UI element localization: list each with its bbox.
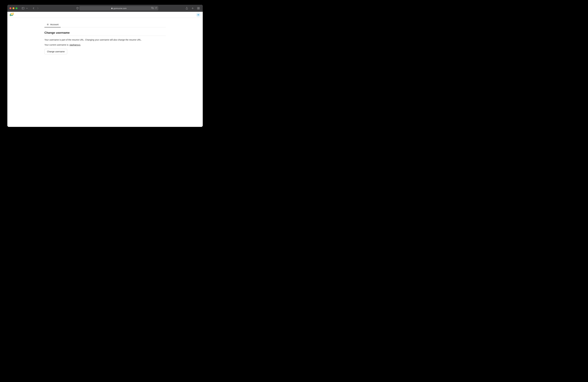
- lock-icon: [111, 7, 113, 9]
- avatar-initials: XI: [197, 14, 199, 16]
- sidebar-toggle-button[interactable]: [21, 6, 25, 10]
- chevron-down-icon[interactable]: [26, 6, 28, 10]
- change-username-button[interactable]: Change username: [44, 49, 67, 54]
- browser-window: ppresume.com: [7, 5, 203, 127]
- svg-rect-3: [111, 8, 113, 9]
- svg-point-12: [47, 24, 48, 25]
- main-container: Account Change username Your username is…: [44, 18, 166, 54]
- tab-account[interactable]: Account: [44, 21, 61, 27]
- new-tab-icon[interactable]: [190, 6, 195, 10]
- maximize-window-button[interactable]: [16, 7, 18, 9]
- forward-button[interactable]: [36, 6, 40, 10]
- privacy-shield-icon[interactable]: [75, 6, 80, 10]
- tab-overview-icon[interactable]: [196, 6, 201, 10]
- avatar[interactable]: XI: [196, 13, 201, 17]
- current-username-line: Your current username is: xiaohanyu1.: [44, 44, 166, 46]
- current-username-suffix: .: [80, 44, 81, 46]
- gear-icon: [46, 23, 49, 26]
- reload-icon[interactable]: [155, 7, 157, 10]
- tabs: Account: [44, 21, 166, 27]
- svg-rect-9: [199, 7, 200, 8]
- app-header: XI: [7, 12, 203, 18]
- navigation-arrows: [32, 6, 40, 10]
- minimize-window-button[interactable]: [13, 7, 14, 9]
- share-icon[interactable]: [185, 6, 189, 10]
- change-username-section: Change username Your username is part of…: [44, 31, 166, 54]
- section-title: Change username: [44, 31, 166, 36]
- tab-label: Account: [50, 23, 59, 26]
- svg-rect-8: [197, 7, 198, 8]
- svg-rect-10: [197, 8, 198, 9]
- current-username-link[interactable]: xiaohanyu1: [69, 44, 81, 46]
- toolbar-right: [185, 6, 201, 10]
- page-content: XI Account Change username Your username…: [7, 12, 203, 127]
- address-bar-actions: [151, 7, 157, 10]
- svg-rect-0: [22, 7, 24, 9]
- app-logo[interactable]: [9, 13, 14, 17]
- translate-icon[interactable]: [151, 7, 154, 10]
- browser-titlebar: ppresume.com: [7, 5, 203, 12]
- section-description: Your username is part of the resume URL.…: [44, 38, 166, 41]
- sidebar-toggle-group: [21, 6, 28, 10]
- back-button[interactable]: [32, 6, 36, 10]
- window-controls: [9, 7, 18, 9]
- address-bar[interactable]: ppresume.com: [79, 6, 158, 10]
- svg-rect-11: [199, 8, 200, 9]
- close-window-button[interactable]: [9, 7, 11, 9]
- url-text: ppresume.com: [113, 7, 127, 9]
- address-content: ppresume.com: [111, 7, 127, 9]
- current-username-prefix: Your current username is:: [44, 44, 69, 46]
